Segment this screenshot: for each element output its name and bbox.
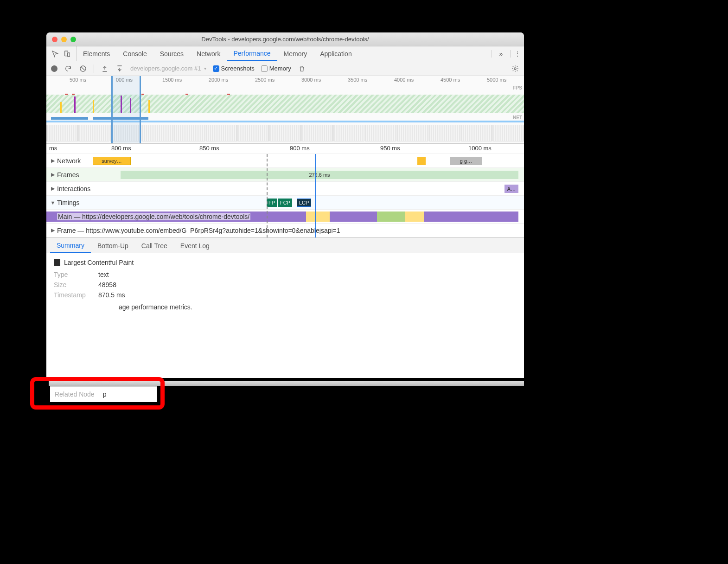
overview-pane[interactable]: 500 ms 000 ms 1500 ms 2000 ms 2500 ms 30… — [46, 76, 524, 144]
tab-call-tree[interactable]: Call Tree — [135, 239, 174, 252]
fp-marker-line — [267, 154, 268, 237]
related-node-label: Related Node — [55, 391, 95, 398]
close-icon[interactable] — [52, 37, 57, 42]
panel-tabs: Elements Console Sources Network Perform… — [46, 46, 524, 61]
perf-toolbar: developers.google.com #1 Screenshots Mem… — [46, 61, 524, 76]
lcp-timestamp: 870.5 ms — [98, 291, 125, 299]
fp-badge[interactable]: FP — [267, 199, 277, 207]
screenshots-checkbox[interactable]: Screenshots — [213, 65, 255, 72]
tab-memory[interactable]: Memory — [277, 46, 314, 61]
flame-chart[interactable]: ms 800 ms 850 ms 900 ms 950 ms 1000 ms N… — [46, 144, 524, 237]
interaction-entry[interactable]: A… — [504, 185, 518, 193]
clear-icon[interactable] — [79, 64, 87, 73]
device-toggle-icon[interactable] — [63, 50, 71, 58]
network-item[interactable]: g g… — [450, 157, 482, 165]
lcp-marker-line — [315, 154, 316, 237]
lcp-badge[interactable]: LCP — [297, 199, 311, 207]
lcp-type: text — [98, 271, 109, 278]
tab-console[interactable]: Console — [116, 46, 153, 61]
iframe-track[interactable]: Frame — https://www.youtube.com/embed/G_… — [46, 224, 524, 237]
frame-entry[interactable]: 279.6 ms — [121, 171, 518, 179]
save-profile-icon[interactable] — [115, 64, 124, 73]
network-item[interactable] — [417, 157, 426, 165]
fcp-badge[interactable]: FCP — [278, 199, 292, 207]
svg-point-3 — [514, 68, 516, 70]
tab-elements[interactable]: Elements — [77, 46, 116, 61]
main-track[interactable]: Main — https://developers.google.com/web… — [46, 210, 524, 224]
titlebar: DevTools - developers.google.com/web/too… — [46, 32, 524, 46]
tab-network[interactable]: Network — [190, 46, 227, 61]
overview-selection[interactable] — [111, 76, 141, 143]
capture-settings-gear-icon[interactable] — [511, 64, 519, 73]
tab-event-log[interactable]: Event Log — [174, 239, 216, 252]
tab-performance[interactable]: Performance — [227, 46, 277, 61]
detail-tabs: Summary Bottom-Up Call Tree Event Log — [46, 237, 524, 253]
related-node-row: Related Node p — [50, 386, 157, 402]
network-item[interactable]: survey… — [93, 157, 131, 165]
checkbox-icon — [261, 65, 268, 72]
recording-select[interactable]: developers.google.com #1 — [130, 65, 206, 72]
settings-kebab-icon[interactable]: ⋮ — [510, 50, 524, 58]
load-profile-icon[interactable] — [101, 64, 109, 73]
lcp-description-tail: age performance metrics. — [119, 303, 192, 311]
record-button[interactable] — [51, 65, 57, 72]
related-node-link[interactable]: p — [103, 391, 107, 398]
summary-panel: Largest Contentful Paint Typetext Size48… — [46, 253, 524, 319]
lcp-swatch — [54, 259, 60, 266]
inspect-element-icon[interactable] — [51, 50, 59, 58]
trash-icon[interactable] — [298, 64, 306, 73]
reload-icon[interactable] — [64, 64, 72, 73]
tab-bottom-up[interactable]: Bottom-Up — [91, 239, 135, 252]
interactions-track[interactable]: Interactions A… — [46, 182, 524, 196]
checkbox-checked-icon — [213, 65, 219, 72]
window-title: DevTools - developers.google.com/web/too… — [46, 36, 524, 43]
network-track[interactable]: Network survey… g g… — [46, 154, 524, 168]
tabs-overflow-button[interactable]: » — [492, 50, 510, 58]
memory-checkbox[interactable]: Memory — [261, 65, 291, 72]
devtools-window: DevTools - developers.google.com/web/too… — [46, 32, 524, 378]
timings-track[interactable]: Timings FP FCP LCP — [46, 196, 524, 210]
flame-ruler: ms 800 ms 850 ms 900 ms 950 ms 1000 ms — [46, 144, 524, 154]
tab-summary[interactable]: Summary — [50, 239, 91, 253]
frames-track[interactable]: Frames 279.6 ms — [46, 168, 524, 182]
window-controls — [52, 37, 76, 42]
minimize-icon[interactable] — [61, 37, 67, 42]
summary-title: Largest Contentful Paint — [64, 259, 134, 266]
tab-sources[interactable]: Sources — [153, 46, 190, 61]
zoom-icon[interactable] — [70, 37, 76, 42]
tab-application[interactable]: Application — [313, 46, 358, 61]
lcp-size: 48958 — [98, 281, 116, 288]
